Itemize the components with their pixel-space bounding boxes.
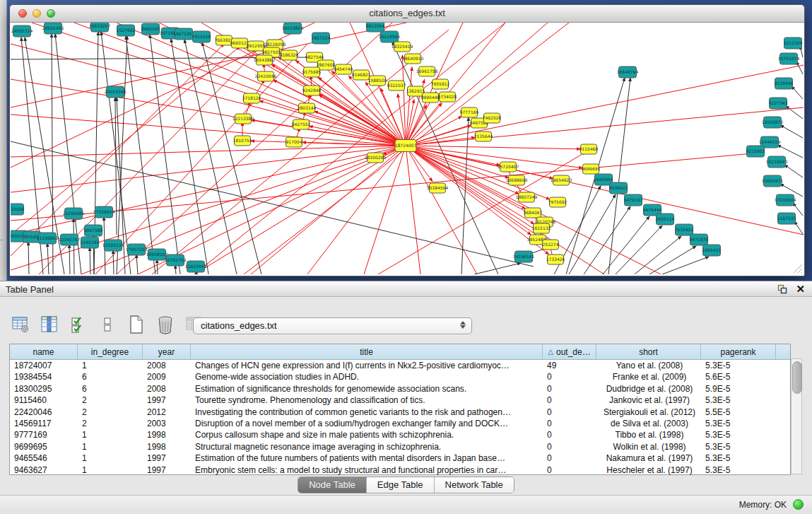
table-row[interactable]: 1872400712008Changes of HCN gene express… <box>10 360 790 371</box>
graph-node[interactable]: 18807249 <box>516 192 538 202</box>
graph-node[interactable]: 8454749 <box>334 64 353 74</box>
graph-node[interactable]: 17016504 <box>775 194 796 206</box>
graph-node[interactable]: 16033809 <box>282 23 304 34</box>
graph-node[interactable]: 16210643 <box>766 156 788 168</box>
graph-node[interactable]: 1615132 <box>532 223 551 233</box>
row-height-icon[interactable] <box>97 314 118 335</box>
table-row[interactable]: 977716911998Corpus callosum shape and si… <box>10 429 790 440</box>
network-window-titlebar[interactable]: citations_edges.txt <box>10 5 804 23</box>
graph-node[interactable]: 9115460 <box>579 144 599 154</box>
graph-node[interactable]: 6734028 <box>438 92 457 102</box>
column-header-year[interactable]: year <box>143 344 191 359</box>
graph-node[interactable]: 1065411 <box>702 245 722 256</box>
graph-node[interactable]: 9129946 <box>775 78 794 89</box>
delete-icon[interactable] <box>155 314 176 335</box>
graph-node[interactable]: 19218596 <box>379 31 401 42</box>
graph-node[interactable]: 2620506 <box>11 204 25 215</box>
graph-node[interactable]: 20691406 <box>42 23 64 34</box>
graph-node[interactable]: 16648794 <box>617 66 639 78</box>
graph-node[interactable]: 15751074 <box>778 53 800 64</box>
graph-node[interactable]: 20053346 <box>105 86 126 98</box>
new-table-icon[interactable] <box>126 314 147 335</box>
float-window-icon[interactable] <box>777 284 787 294</box>
close-panel-icon[interactable]: ✕ <box>796 284 805 294</box>
graph-node[interactable]: 10653257 <box>89 23 111 32</box>
graph-node[interactable]: 1733426 <box>546 255 565 264</box>
graph-node[interactable]: 2935114 <box>656 214 675 225</box>
collapsed-left-panel[interactable]: ‹ <box>0 0 7 281</box>
graph-node[interactable]: 20206586 <box>63 208 85 219</box>
graph-node[interactable]: 7975692 <box>548 197 567 207</box>
graph-node[interactable]: 1527602 <box>117 25 136 36</box>
column-header-short[interactable]: short <box>596 344 701 359</box>
graph-node[interactable]: 12923448 <box>185 261 207 272</box>
graph-node[interactable]: 12342757 <box>59 234 81 245</box>
table-select-dropdown[interactable]: citations_edges.txt <box>193 317 472 334</box>
graph-node[interactable]: 2803144 <box>298 103 317 113</box>
graph-node[interactable]: 1145192 <box>81 237 100 248</box>
network-svg[interactable]: 2405572420691406106532571527602846616010… <box>11 23 804 274</box>
graph-node[interactable]: 10688609 <box>506 175 528 185</box>
tab-edge-table[interactable]: Edge Table <box>367 477 435 493</box>
table-row[interactable]: 946554611997Estimation of the future num… <box>10 452 790 464</box>
graph-node[interactable]: 9227343 <box>769 98 788 109</box>
network-view[interactable]: 2405572420691406106532571527602846616010… <box>11 23 804 274</box>
graph-node[interactable]: 24055724 <box>11 25 33 37</box>
graph-node[interactable]: 1588520 <box>368 76 387 86</box>
table-row[interactable]: 969969511998Structural magnetic resonanc… <box>10 441 790 452</box>
table-row[interactable]: 946362711997Embryonic stem cells: a mode… <box>10 465 790 476</box>
graph-node[interactable]: 9242848 <box>302 86 322 95</box>
graph-node[interactable]: 17957253 <box>126 244 148 255</box>
graph-node[interactable]: 18300295 <box>365 153 387 163</box>
graph-node[interactable]: 16782759 <box>165 255 187 266</box>
table-row[interactable]: 1456911722003Disruption of a novel membe… <box>10 418 790 429</box>
network-window[interactable]: citations_edges.txt 24055724206914061065… <box>9 4 805 276</box>
graph-node[interactable]: 8322037 <box>387 81 406 90</box>
show-columns-icon[interactable] <box>39 314 60 335</box>
graph-node[interactable]: 2135644 <box>474 132 493 141</box>
graph-node[interactable]: 7857224 <box>312 33 331 44</box>
graph-node[interactable]: 7955812 <box>431 79 450 89</box>
graph-node[interactable]: 18325419 <box>392 42 413 52</box>
graph-node[interactable]: 8813054 <box>366 23 385 32</box>
graph-node[interactable]: 1167533 <box>777 213 796 224</box>
graph-node[interactable]: 8186328 <box>280 50 299 60</box>
table-row[interactable]: 1938455462009Genome-wide association stu… <box>10 371 790 382</box>
graph-node[interactable]: 7462028 <box>483 113 502 123</box>
tab-node-table[interactable]: Node Table <box>298 477 367 493</box>
graph-node[interactable]: 8938923 <box>609 182 628 194</box>
table-scrollbar-thumb[interactable] <box>792 361 802 394</box>
graph-node[interactable]: 22420046 <box>255 71 277 81</box>
graph-node[interactable]: 9097588 <box>84 225 103 236</box>
graph-node[interactable]: 19654923 <box>551 175 572 185</box>
graph-node[interactable]: 17359934 <box>93 206 115 218</box>
column-header-title[interactable]: title <box>191 344 543 359</box>
graph-node[interactable]: 252274 <box>543 240 559 250</box>
graph-node[interactable]: 15720407 <box>498 162 519 172</box>
graph-node[interactable]: 15692971 <box>762 175 784 187</box>
graph-node[interactable]: 9684067 <box>524 208 543 218</box>
tab-network-table[interactable]: Network Table <box>435 477 514 493</box>
graph-node[interactable]: 1810754 <box>233 136 252 146</box>
table-row[interactable]: 911546021997Tourette syndrome. Phenomeno… <box>10 395 790 406</box>
graph-node[interactable]: 2718126 <box>242 93 261 103</box>
graph-node[interactable]: 917004 <box>286 137 302 147</box>
graph-node[interactable]: 8466160 <box>141 23 160 35</box>
graph-node[interactable]: 9175685 <box>302 67 322 77</box>
column-header-out_de[interactable]: △out_de… <box>543 344 596 359</box>
table-row[interactable]: 1830029562008Estimation of significance … <box>10 383 790 395</box>
graph-node[interactable]: 6479197 <box>624 194 643 206</box>
graph-node[interactable]: 12093872 <box>762 117 784 128</box>
select-checks-icon[interactable] <box>68 314 89 335</box>
graph-node[interactable]: 12213389 <box>233 114 254 124</box>
panel-expand-arrow-icon[interactable]: ‹ <box>1 238 2 243</box>
graph-node[interactable]: 11156863 <box>37 233 59 244</box>
memory-ok-indicator[interactable] <box>793 499 804 510</box>
table-options-icon[interactable] <box>10 314 31 335</box>
graph-node[interactable]: 18640910 <box>402 54 424 64</box>
graph-node[interactable]: 8990448 <box>421 93 440 103</box>
graph-node[interactable]: 16543862 <box>254 55 276 65</box>
column-header-pagerank[interactable]: pagerank <box>701 344 776 359</box>
graph-node[interactable]: 7632621 <box>675 224 694 235</box>
graph-node[interactable]: 12505135 <box>102 240 124 251</box>
